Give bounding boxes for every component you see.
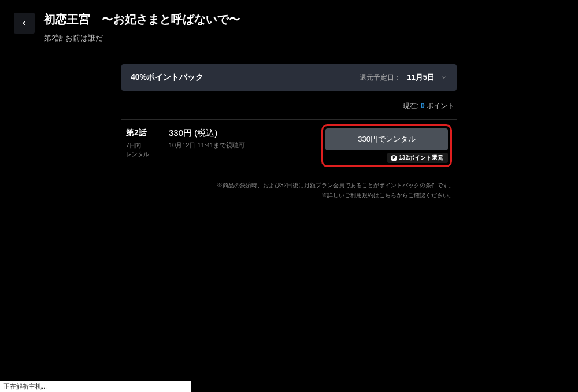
footer-note-1: ※商品の決済時、および32日後に月額プラン会員であることがポイントバックの条件で… — [121, 180, 454, 190]
chevron-left-icon — [20, 19, 29, 28]
header-text: 初恋王宮 〜お妃さまと呼ばないで〜 第2話 お前は誰だ — [44, 12, 569, 43]
point-icon: P — [391, 155, 397, 161]
rental-button[interactable]: 330円でレンタル — [325, 128, 448, 150]
pointback-banner[interactable]: 40%ポイントバック 還元予定日： 11月5日 — [121, 64, 457, 91]
episode-info: 第2話 7日間 レンタル — [126, 128, 156, 158]
price-info: 330円 (税込) 10月12日 11:41まで視聴可 — [169, 128, 309, 150]
footer-note-2-suffix: からご確認ください。 — [397, 192, 454, 198]
back-button[interactable] — [14, 13, 35, 34]
points-prefix: 現在: — [403, 102, 421, 110]
footer-notes: ※商品の決済時、および32日後に月額プラン会員であることがポイントバックの条件で… — [121, 180, 457, 200]
page-subtitle: 第2話 お前は誰だ — [44, 33, 569, 43]
browser-status-bar: 正在解析主机... — [0, 381, 191, 392]
rental-action-highlight: 330円でレンタル P 132ポイント還元 — [321, 124, 452, 167]
episode-type: レンタル — [126, 150, 156, 158]
footer-note-2-prefix: ※詳しいご利用規約は — [321, 192, 379, 198]
pointback-label: 40%ポイントバック — [131, 72, 203, 83]
footer-note-2: ※詳しいご利用規約はこちらからご確認ください。 — [121, 190, 454, 200]
point-return-text: 132ポイント還元 — [399, 154, 443, 162]
points-suffix: ポイント — [425, 102, 454, 110]
points-value: 0 — [421, 102, 425, 110]
rental-row: 第2話 7日間 レンタル 330円 (税込) 10月12日 11:41まで視聴可… — [121, 119, 457, 172]
pointback-date-section: 還元予定日： 11月5日 — [360, 72, 447, 83]
pointback-date-label: 還元予定日： — [360, 73, 401, 83]
episode-duration: 7日間 — [126, 141, 156, 150]
points-status: 現在: 0 ポイント — [121, 101, 457, 111]
point-return-badge: P 132ポイント還元 — [387, 153, 448, 163]
chevron-down-icon — [440, 74, 447, 81]
episode-number: 第2話 — [126, 128, 156, 138]
pointback-date-value: 11月5日 — [407, 72, 435, 83]
terms-link[interactable]: こちら — [379, 192, 397, 198]
page-title: 初恋王宮 〜お妃さまと呼ばないで〜 — [44, 12, 569, 27]
price-expiry: 10月12日 11:41まで視聴可 — [169, 141, 309, 150]
price-value: 330円 (税込) — [169, 128, 309, 139]
